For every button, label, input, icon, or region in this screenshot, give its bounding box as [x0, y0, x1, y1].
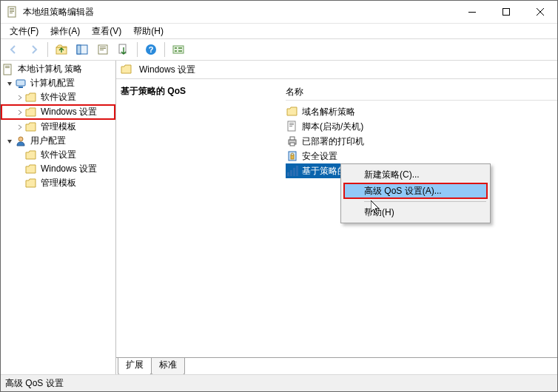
menu-help[interactable]: 帮助(H): [129, 24, 168, 38]
tree-cc-admin[interactable]: 管理模板: [1, 120, 115, 134]
svg-rect-6: [503, 9, 510, 16]
up-button[interactable]: [52, 41, 71, 58]
menubar: 文件(F) 操作(A) 查看(V) 帮助(H): [1, 24, 557, 39]
tree-spacer: [16, 179, 24, 188]
list-item-security[interactable]: 安全设置: [286, 149, 557, 163]
svg-rect-29: [289, 123, 294, 124]
tab-standard[interactable]: 标准: [151, 358, 185, 375]
tree-uc-software[interactable]: 软件设置: [1, 148, 115, 162]
context-menu-advanced-qos[interactable]: 高级 QoS 设置(A)...: [343, 183, 488, 199]
tree-user-config-label: 用户配置: [29, 134, 67, 148]
folder-icon: [121, 64, 132, 75]
minimize-button[interactable]: [455, 1, 489, 23]
properties-button[interactable]: [93, 41, 112, 58]
tree-cc-windows-label: Windows 设置: [39, 105, 98, 119]
folder-icon: [25, 163, 37, 175]
content-header-title: Windows 设置: [139, 64, 195, 76]
toolbar-separator-2: [137, 42, 138, 57]
tree-spacer: [16, 165, 24, 174]
svg-rect-38: [290, 170, 292, 176]
statusbar: 高级 QoS 设置: [1, 374, 557, 391]
tree-uc-windows[interactable]: Windows 设置: [1, 162, 115, 176]
tree-cc-software[interactable]: 软件设置: [1, 90, 115, 104]
toolbar-separator: [47, 42, 48, 57]
chevron-down-icon[interactable]: [5, 137, 14, 146]
chevron-right-icon[interactable]: [16, 123, 24, 132]
content-body: 基于策略的 QoS 名称 域名解析策略 脚本(启动/关机): [116, 79, 557, 357]
titlebar: 本地组策略编辑器: [1, 1, 557, 24]
tree-cc-windows[interactable]: Windows 设置: [1, 104, 115, 120]
svg-rect-19: [175, 50, 177, 52]
menu-file[interactable]: 文件(F): [5, 24, 43, 38]
list-item-label: 域名解析策略: [302, 106, 355, 118]
tree-pane: 本地计算机 策略 计算机配置 软件设置: [1, 61, 116, 374]
tree: 本地计算机 策略 计算机配置 软件设置: [1, 62, 115, 190]
svg-rect-39: [293, 168, 295, 176]
list-item-label: 安全设置: [302, 150, 337, 163]
tree-uc-software-label: 软件设置: [39, 148, 78, 162]
context-menu-new-policy[interactable]: 新建策略(C)...: [343, 166, 488, 183]
list-item-label: 基于策略的: [302, 165, 346, 178]
svg-rect-21: [178, 50, 182, 52]
chevron-right-icon[interactable]: [16, 108, 24, 117]
statusbar-text: 高级 QoS 设置: [5, 377, 64, 390]
folder-icon: [25, 149, 37, 161]
tree-spacer: [16, 151, 24, 160]
chevron-right-icon[interactable]: [16, 93, 24, 102]
context-menu-label: 高级 QoS 设置(A)...: [364, 185, 442, 197]
details-column: 基于策略的 QoS: [116, 79, 286, 357]
tree-uc-admin-label: 管理模板: [39, 176, 78, 190]
help-button[interactable]: ?: [141, 41, 161, 58]
window-title: 本地组策略编辑器: [23, 6, 94, 18]
tree-computer-config[interactable]: 计算机配置: [1, 76, 115, 90]
svg-rect-1: [10, 8, 14, 9]
content-header: Windows 设置: [116, 61, 557, 79]
cursor-icon: [371, 200, 383, 217]
toolbar: ?: [1, 39, 557, 61]
tree-user-config[interactable]: 用户配置: [1, 134, 115, 148]
chevron-down-icon[interactable]: [5, 79, 14, 88]
svg-rect-23: [5, 66, 10, 67]
context-menu-label: 新建策略(C)...: [364, 169, 420, 181]
svg-rect-3: [10, 11, 14, 12]
tab-extended[interactable]: 扩展: [118, 358, 152, 375]
list-item-dns-policy[interactable]: 域名解析策略: [286, 104, 557, 119]
svg-rect-36: [291, 155, 294, 159]
list-item-label: 脚本(启动/关机): [302, 121, 363, 133]
export-list-button[interactable]: [114, 41, 133, 58]
lock-icon: [286, 150, 299, 162]
tree-cc-software-label: 软件设置: [39, 90, 78, 104]
right-pane: Windows 设置 基于策略的 QoS 名称 域名解析策略: [116, 61, 557, 374]
back-button[interactable]: [4, 41, 23, 58]
svg-rect-26: [19, 87, 23, 88]
close-button[interactable]: [523, 1, 557, 23]
tree-root[interactable]: 本地计算机 策略: [1, 62, 115, 76]
tabstrip: 扩展 标准: [116, 357, 557, 374]
window-frame: 本地组策略编辑器 文件(F) 操作(A) 查看(V) 帮助(H): [0, 0, 558, 392]
svg-rect-13: [100, 50, 104, 50]
svg-rect-5: [468, 12, 476, 13]
tree-uc-windows-label: Windows 设置: [39, 162, 98, 176]
menu-action[interactable]: 操作(A): [46, 24, 84, 38]
qos-icon: [286, 165, 299, 177]
maximize-button[interactable]: [489, 1, 523, 23]
tree-cc-admin-label: 管理模板: [39, 120, 78, 134]
list-item-deployed-printers[interactable]: 已部署的打印机: [286, 134, 557, 149]
forward-button[interactable]: [24, 41, 44, 58]
column-header-name[interactable]: 名称: [286, 81, 557, 100]
show-hide-tree-button[interactable]: [73, 41, 92, 58]
svg-rect-9: [77, 45, 81, 54]
section-title: 基于策略的 QoS: [121, 85, 280, 98]
tree-uc-admin[interactable]: 管理模板: [1, 176, 115, 190]
svg-rect-25: [16, 80, 25, 86]
svg-rect-17: [173, 46, 184, 53]
menu-view[interactable]: 查看(V): [87, 24, 126, 38]
user-icon: [15, 135, 27, 147]
svg-rect-40: [296, 166, 298, 176]
svg-rect-37: [287, 172, 289, 176]
context-menu: 新建策略(C)... 高级 QoS 设置(A)... 帮助(H): [340, 163, 491, 223]
context-menu-help[interactable]: 帮助(H): [343, 204, 488, 220]
list-item-scripts[interactable]: 脚本(启动/关机): [286, 119, 557, 134]
svg-point-27: [19, 137, 23, 141]
filter-button[interactable]: [169, 41, 188, 58]
